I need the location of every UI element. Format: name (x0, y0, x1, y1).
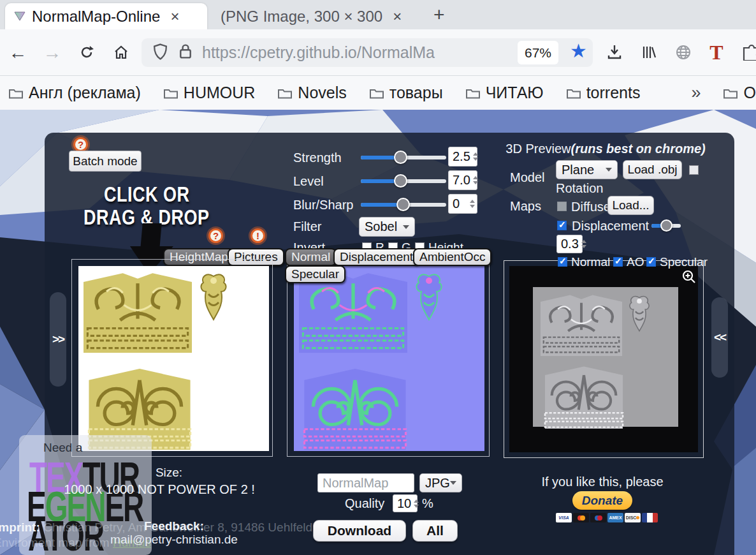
heightmap-help-icon[interactable]: ? (208, 228, 223, 243)
preview-ao-checkbox[interactable] (613, 257, 623, 267)
tab-png-image[interactable]: (PNG Image, 300 × 300 × (212, 3, 417, 29)
home-icon[interactable] (110, 41, 133, 64)
normalmap-favicon (14, 11, 25, 21)
lock-icon[interactable] (178, 43, 193, 63)
quality-value: 10 (397, 496, 411, 511)
bookmark-folder[interactable]: Англ (реклама) (9, 84, 141, 102)
download-button[interactable]: Download (313, 520, 406, 542)
tab-ambientocc[interactable]: AmbientOcc (413, 248, 491, 266)
expand-left-panel-button[interactable]: >> (50, 292, 66, 387)
displacement-slider[interactable] (651, 224, 681, 228)
bookmark-folder[interactable]: HUMOUR (164, 84, 256, 102)
bookmark-folder[interactable]: Novels (278, 84, 346, 102)
preview-normal-checkbox[interactable] (558, 257, 567, 267)
bookmark-folder[interactable]: torrents (567, 84, 641, 102)
normalmap-image[interactable] (294, 266, 484, 451)
chevron-down-icon (450, 481, 456, 485)
zoom-level-badge[interactable]: 67% (518, 41, 558, 64)
imprint-label: Imprint: (0, 521, 40, 534)
discover-card-icon: DISC (625, 513, 641, 522)
preview-subtitle: (runs best on chrome) (571, 142, 706, 156)
preview-specular-checkbox[interactable] (646, 257, 656, 267)
tab-close-icon[interactable]: × (393, 9, 402, 24)
bookmark-label: товары (389, 84, 443, 102)
displacement-spinner[interactable]: 0.3 (556, 235, 583, 253)
level-slider[interactable] (361, 179, 446, 183)
displacement-slider-thumb[interactable] (660, 219, 672, 232)
url-bar[interactable]: https://cpetry.github.io/NormalMa 67% ★ (142, 38, 593, 67)
preview-3d-canvas[interactable] (509, 266, 698, 452)
heightmap-warning-icon[interactable]: ! (251, 228, 265, 243)
filter-label: Filter (293, 219, 321, 234)
strength-spinner[interactable]: 2.5 (448, 147, 477, 166)
diffuse-checkbox[interactable] (557, 202, 567, 211)
globe-icon[interactable] (672, 41, 695, 64)
forward-button[interactable]: → (41, 41, 64, 64)
level-slider-thumb[interactable] (394, 174, 407, 188)
bookmark-label: ЧИТАЮ (486, 84, 544, 102)
bookmark-folder[interactable]: товары (370, 84, 443, 102)
tab-normal[interactable]: Normal (285, 248, 337, 266)
preview-plane[interactable] (533, 287, 678, 427)
filter-select[interactable]: Sobel (359, 217, 415, 237)
load-diffuse-button[interactable]: Load... (607, 196, 654, 215)
level-spinner[interactable]: 7.0 (448, 170, 477, 190)
zoom-icon[interactable] (681, 269, 697, 285)
preview-specular-label: Specular (660, 255, 708, 269)
extension-t-icon[interactable]: T (705, 41, 728, 64)
displacement-checkbox[interactable] (557, 221, 567, 230)
format-value: JPG (425, 476, 450, 491)
spinner-arrows-icon[interactable] (579, 240, 586, 248)
preview-3d-panel[interactable] (504, 260, 704, 458)
blursharp-slider-thumb[interactable] (396, 198, 410, 211)
spinner-arrows-icon[interactable] (467, 200, 475, 208)
spinner-arrows-icon[interactable] (470, 176, 478, 184)
batch-help-icon[interactable]: ? (73, 137, 88, 152)
collapse-right-panel-button[interactable]: << (711, 297, 728, 378)
reload-icon[interactable] (75, 41, 98, 64)
spinner-arrows-icon[interactable] (470, 152, 478, 161)
diffuse-label: Diffuse (571, 200, 611, 214)
normalmap-result-panel[interactable] (287, 259, 490, 457)
new-tab-button[interactable]: + (433, 4, 445, 26)
feedback-email[interactable]: mail@petry-christian.de (91, 533, 257, 547)
spinner-arrows-icon[interactable] (411, 500, 419, 508)
bookmark-star-icon[interactable]: ★ (570, 40, 587, 62)
bookmark-folder[interactable]: ЧИТАЮ (466, 84, 544, 102)
heightmap-image[interactable] (78, 266, 269, 451)
chevron-down-icon (606, 168, 612, 172)
downloads-icon[interactable] (603, 41, 626, 64)
preview-ao-label: AO (627, 255, 644, 269)
quality-spinner[interactable]: 10 (393, 494, 418, 512)
puzzle-extension-icon[interactable] (739, 41, 756, 64)
model-extra-checkbox[interactable] (689, 165, 699, 175)
back-button[interactable]: ← (6, 41, 29, 64)
dropzone-arrow (140, 223, 161, 249)
library-icon[interactable] (637, 41, 660, 64)
strength-slider[interactable] (361, 156, 446, 159)
download-all-button[interactable]: All (412, 520, 458, 542)
bookmark-folder-other[interactable]: Other Bookmarks (723, 84, 756, 102)
url-text[interactable]: https://cpetry.github.io/NormalMa (202, 43, 502, 62)
blursharp-spinner[interactable]: 0 (448, 194, 477, 214)
format-select[interactable]: JPG (419, 473, 462, 492)
tab-displacement[interactable]: Displacement (333, 248, 419, 266)
blursharp-slider[interactable] (361, 203, 446, 207)
folder-icon (723, 87, 738, 99)
heightmap-panel[interactable] (71, 259, 273, 457)
tab-close-icon[interactable]: × (170, 9, 179, 24)
tab-specular[interactable]: Specular (285, 265, 345, 283)
normalmap-capital-ornament (300, 367, 410, 450)
bookmark-label: torrents (586, 84, 641, 102)
donate-button[interactable]: Donate (572, 491, 632, 510)
dropzone-text-line1[interactable]: CLICK OR (104, 182, 190, 207)
preview-frieze-ornament (541, 293, 622, 356)
strength-slider-thumb[interactable] (394, 151, 407, 164)
shield-icon[interactable] (152, 43, 168, 63)
filename-input[interactable] (317, 473, 414, 492)
model-select[interactable]: Plane (556, 160, 618, 179)
tab-normalmap-online[interactable]: NormalMap-Online × (5, 3, 207, 29)
batch-mode-button[interactable]: Batch mode (69, 151, 142, 172)
bookmarks-overflow-icon[interactable]: » (691, 83, 701, 103)
load-obj-button[interactable]: Load .obj (623, 160, 682, 179)
